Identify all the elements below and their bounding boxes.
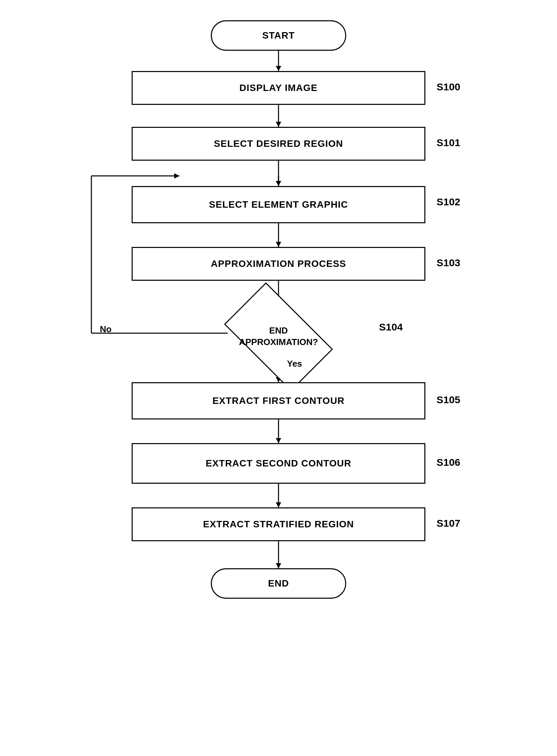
svg-marker-5 bbox=[276, 181, 281, 186]
s101-label: SELECT DESIRED REGION bbox=[214, 138, 343, 149]
s102-node: SELECT ELEMENT GRAPHIC bbox=[132, 186, 425, 223]
s104-label: ENDAPPROXIMATION? bbox=[239, 325, 318, 348]
s103-node: APPROXIMATION PROCESS bbox=[132, 247, 425, 281]
svg-marker-3 bbox=[276, 122, 281, 127]
s102-label: SELECT ELEMENT GRAPHIC bbox=[209, 199, 348, 210]
svg-marker-18 bbox=[276, 438, 281, 443]
s101-node: SELECT DESIRED REGION bbox=[132, 127, 425, 161]
s103-label: APPROXIMATION PROCESS bbox=[211, 258, 346, 269]
s107-label: EXTRACT STRATIFIED REGION bbox=[203, 519, 354, 530]
svg-marker-1 bbox=[276, 66, 281, 71]
yes-label: Yes bbox=[287, 359, 302, 369]
end-node: END bbox=[211, 568, 346, 599]
s105-node: EXTRACT FIRST CONTOUR bbox=[132, 382, 425, 419]
svg-marker-16 bbox=[174, 173, 179, 179]
start-node: START bbox=[211, 20, 346, 51]
s100-label: DISPLAY IMAGE bbox=[240, 83, 318, 93]
s106-node: EXTRACT SECOND CONTOUR bbox=[132, 443, 425, 484]
s104-node: ENDAPPROXIMATION? bbox=[191, 303, 366, 370]
s107-node: EXTRACT STRATIFIED REGION bbox=[132, 507, 425, 541]
s103-step: S103 bbox=[437, 257, 460, 269]
s106-label: EXTRACT SECOND CONTOUR bbox=[206, 458, 352, 469]
s105-label: EXTRACT FIRST CONTOUR bbox=[213, 395, 345, 406]
s101-step: S101 bbox=[437, 137, 460, 148]
s100-step: S100 bbox=[437, 81, 460, 93]
s105-step: S105 bbox=[437, 394, 460, 406]
start-label: START bbox=[262, 30, 295, 41]
svg-marker-22 bbox=[276, 563, 281, 568]
s106-step: S106 bbox=[437, 457, 460, 468]
svg-marker-20 bbox=[276, 502, 281, 507]
flowchart: START DISPLAY IMAGE S100 SELECT DESIRED … bbox=[0, 0, 557, 756]
s104-step: S104 bbox=[379, 321, 403, 333]
s102-step: S102 bbox=[437, 196, 460, 208]
no-label: No bbox=[100, 324, 112, 335]
s100-node: DISPLAY IMAGE bbox=[132, 71, 425, 105]
s107-step: S107 bbox=[437, 518, 460, 529]
end-label: END bbox=[268, 578, 289, 589]
svg-marker-8 bbox=[276, 242, 281, 247]
